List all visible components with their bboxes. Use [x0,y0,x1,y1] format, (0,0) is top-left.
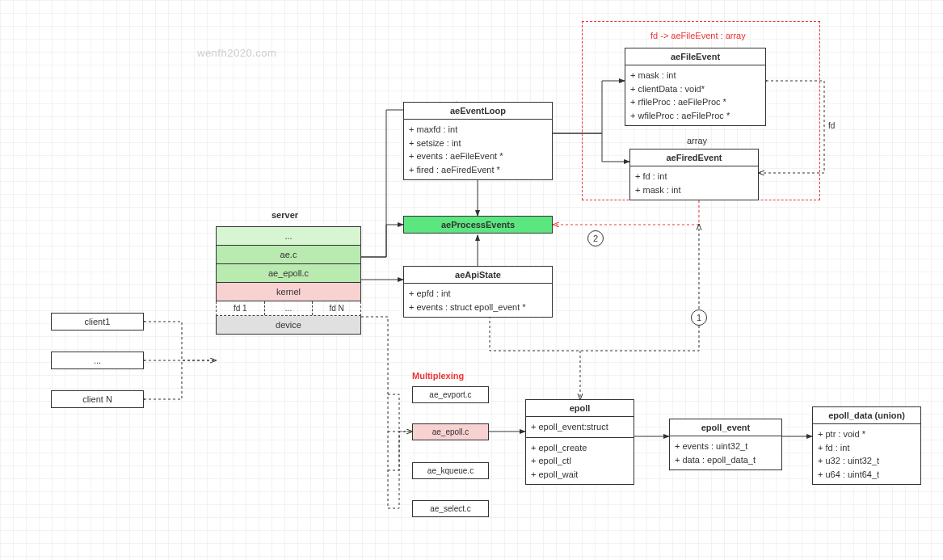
fd-cell: fd N [313,301,360,315]
client-box: ... [51,352,144,369]
node-row: + maxfd : int [409,123,547,137]
node-title: epoll_event [670,419,781,436]
node-row: + mask : int [630,69,760,82]
stack-row: ... [216,226,361,246]
stack-row: ae_epoll.c [216,264,361,283]
aeFileEvent-node: aeFileEvent + mask : int + clientData : … [625,48,766,126]
node-title: aeApiState [404,267,552,284]
node-row: + events : uint32_t [675,440,777,453]
aeEventLoop-node: aeEventLoop + maxfd : int + setsize : in… [403,102,553,180]
node-title: aeFiredEvent [630,149,758,166]
mux-item: ae_select.c [412,500,489,517]
badge-2: 2 [587,230,604,246]
server-title: server [272,210,298,220]
node-row: + fd : int [635,170,753,183]
node-row: + epoll_ctl [531,454,629,468]
aeFiredEvent-node: aeFiredEvent + fd : int + mask : int [629,149,759,200]
aeApiState-node: aeApiState + epfd : int + events : struc… [403,266,553,318]
node-row: + epfd : int [409,287,547,301]
badge-1: 1 [691,309,707,326]
red-group-label: fd -> aeFileEvent : array [650,31,746,40]
node-body: + fd : int + mask : int [630,166,758,200]
stack-row: kernel [216,283,361,301]
node-row: + fired : aeFiredEvent * [409,163,547,177]
multiplexing-title: Multiplexing [412,371,464,381]
node-row: + u64 : uint64_t [818,468,916,482]
mux-item: ae_epoll.c [412,423,489,440]
stack-row: ae.c [216,246,361,264]
node-row: + events : aeFileEvent * [409,149,547,163]
fd-cell: ... [265,301,314,315]
epoll-node: epoll + epoll_event:struct + epoll_creat… [525,399,634,485]
node-row: + mask : int [635,183,753,197]
node-row: + rfileProc : aeFileProc * [630,95,760,109]
node-row: + epoll_event:struct [531,420,629,434]
server-stack: ... ae.c ae_epoll.c kernel fd 1 ... fd N… [216,226,361,335]
watermark: wenfh2020.com [197,47,276,59]
fd-row: fd 1 ... fd N [216,301,361,316]
node-body: + epfd : int + events : struct epoll_eve… [404,284,552,317]
node-row: + epoll_create [531,441,629,455]
node-row: + u32 : uint32_t [818,454,916,468]
device-row: device [216,316,361,335]
node-body: + ptr : void * + fd : int + u32 : uint32… [813,424,920,484]
node-body: + epoll_create + epoll_ctl + epoll_wait [526,438,634,485]
mux-item: ae_kqueue.c [412,462,489,479]
node-row: + fd : int [818,441,916,455]
node-body: + maxfd : int + setsize : int + events :… [404,120,552,179]
node-body: + events : uint32_t + data : epoll_data_… [670,436,781,469]
aeProcessEvents-node: aeProcessEvents [403,216,553,234]
node-title: aeEventLoop [404,103,552,120]
array-label: array [687,136,707,145]
node-body: + epoll_event:struct [526,417,634,438]
mux-item: ae_evport.c [412,386,489,403]
node-row: + setsize : int [409,137,547,150]
node-title: epoll [526,400,634,417]
epoll_event-node: epoll_event + events : uint32_t + data :… [669,419,782,470]
epoll_data-node: epoll_data (union) + ptr : void * + fd :… [812,406,921,485]
node-row: + data : epoll_data_t [675,453,777,467]
node-row: + epoll_wait [531,468,629,482]
client-box: client1 [51,313,144,331]
node-title: aeFileEvent [625,48,765,65]
node-row: + wfileProc : aeFileProc * [630,109,760,123]
client-box: client N [51,390,144,408]
fd-cell: fd 1 [217,301,265,315]
node-row: + events : struct epoll_event * [409,301,547,314]
node-body: + mask : int + clientData : void* + rfil… [625,65,765,125]
node-row: + clientData : void* [630,82,760,96]
node-row: + ptr : void * [818,427,916,441]
node-title: epoll_data (union) [813,407,920,424]
fd-label: fd [828,121,835,130]
